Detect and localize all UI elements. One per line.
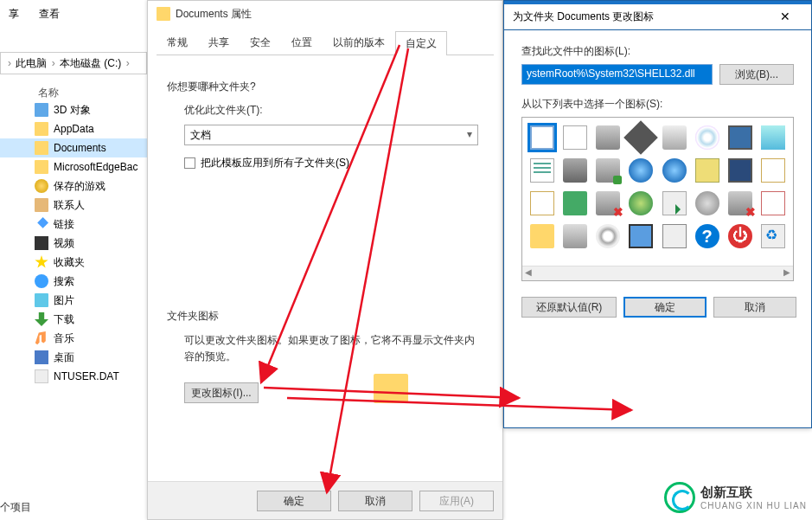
change-icon-button[interactable]: 更改图标(I)... [184, 382, 259, 403]
icon-option[interactable] [626, 156, 655, 185]
list-item[interactable]: 下载 [0, 310, 147, 329]
list-item[interactable]: 联系人 [0, 196, 147, 215]
list-item[interactable]: 收藏夹 [0, 253, 147, 272]
icon-option[interactable] [758, 189, 788, 218]
icon-option[interactable] [593, 123, 623, 152]
breadcrumb-part[interactable]: 本地磁盘 (C:) [60, 57, 121, 69]
item-icon [35, 122, 48, 136]
explorer-menu: 享 查看 [0, 0, 147, 28]
icon-option[interactable] [527, 189, 557, 218]
icon-option[interactable] [593, 221, 623, 251]
list-item[interactable]: 搜索 [0, 272, 147, 291]
item-icon [35, 160, 48, 174]
list-item[interactable]: 桌面 [0, 348, 147, 367]
restore-defaults-button[interactable]: 还原默认值(R) [521, 297, 617, 318]
tab[interactable]: 位置 [281, 30, 323, 55]
list-item[interactable]: 保存的游戏 [0, 177, 147, 196]
icon-option[interactable] [560, 221, 590, 251]
item-label: 收藏夹 [54, 255, 85, 270]
item-label: NTUSER.DAT [54, 370, 119, 382]
list-item[interactable]: 图片 [0, 291, 147, 310]
icon-option[interactable] [560, 123, 590, 152]
globe-icon [629, 191, 653, 215]
icon-option[interactable] [527, 221, 557, 251]
list-item[interactable]: AppData [0, 119, 147, 138]
icon-option[interactable] [593, 189, 623, 218]
icon-option[interactable] [660, 189, 689, 218]
icon-option[interactable] [758, 156, 788, 185]
item-icon [35, 179, 48, 193]
drive-icon [563, 158, 587, 183]
icon-option[interactable] [758, 123, 788, 152]
power-icon: ⏻ [728, 224, 752, 248]
horizontal-scrollbar[interactable] [522, 266, 793, 280]
watermark-text-cn: 创新互联 [700, 485, 807, 501]
tab[interactable]: 常规 [157, 30, 198, 55]
dialog-titlebar[interactable]: Documents 属性 [148, 1, 502, 27]
close-button[interactable]: ✕ [768, 5, 802, 29]
icon-option[interactable] [693, 156, 722, 185]
tab[interactable]: 以前的版本 [323, 30, 395, 55]
item-label: Documents [54, 142, 106, 154]
list-item[interactable]: Documents [0, 138, 147, 157]
checkbox-icon[interactable] [184, 157, 195, 169]
cancel-button[interactable]: 取消 [338, 491, 412, 511]
item-icon [35, 103, 48, 117]
icon-option[interactable] [560, 156, 590, 185]
item-label: 视频 [54, 236, 74, 251]
icon-option[interactable] [593, 156, 623, 185]
icon-option[interactable] [527, 123, 557, 152]
icon-option[interactable] [626, 123, 655, 152]
item-icon [35, 369, 48, 383]
icon-option[interactable] [527, 156, 557, 185]
icon-option[interactable] [660, 156, 689, 185]
tab[interactable]: 安全 [240, 30, 281, 55]
list-item[interactable]: 3D 对象 [0, 100, 147, 119]
monitor-icon [728, 125, 752, 150]
checkbox-label: 把此模板应用到所有子文件夹(S) [201, 156, 349, 170]
list-item[interactable]: 音乐 [0, 329, 147, 348]
icon-option[interactable] [626, 189, 655, 218]
ok-button[interactable]: 确定 [257, 491, 331, 511]
watermark-text-en: CHUANG XIN HU LIAN [700, 501, 807, 510]
dialog-button-row: 确定 取消 应用(A) [148, 481, 502, 519]
cancel-button[interactable]: 取消 [713, 297, 796, 318]
optimize-select[interactable]: 文档 [184, 125, 478, 145]
icon-option[interactable] [726, 123, 755, 152]
icon-option[interactable] [660, 221, 689, 251]
item-label: 联系人 [54, 198, 85, 213]
icon-option[interactable] [626, 221, 655, 251]
icon-option[interactable] [758, 221, 788, 251]
calculator-icon [662, 224, 687, 248]
menu-item[interactable]: 享 [0, 0, 28, 29]
icon-option[interactable] [693, 123, 722, 152]
ok-button[interactable]: 确定 [623, 297, 707, 318]
help-icon: ? [695, 224, 719, 248]
icon-option[interactable]: ? [693, 221, 722, 251]
tab[interactable]: 自定义 [395, 31, 447, 55]
icon-option[interactable] [560, 189, 590, 218]
list-item[interactable]: NTUSER.DAT [0, 367, 147, 386]
icon-path-input[interactable]: ystemRoot%\System32\SHELL32.dll [521, 64, 713, 85]
breadcrumb-part[interactable]: 此电脑 [16, 57, 47, 69]
list-item[interactable]: 链接 [0, 215, 147, 234]
icon-option[interactable]: ⏻ [726, 221, 755, 251]
breadcrumb[interactable]: › 此电脑 › 本地磁盘 (C:) › [0, 52, 147, 74]
run-icon [662, 191, 687, 215]
icon-option[interactable] [726, 189, 755, 218]
list-item[interactable]: 视频 [0, 234, 147, 253]
dialog-titlebar[interactable]: 为文件夹 Documents 更改图标 ✕ [504, 4, 811, 30]
apply-template-checkbox-row[interactable]: 把此模板应用到所有子文件夹(S) [184, 156, 483, 170]
browse-button[interactable]: 浏览(B)... [719, 64, 794, 85]
menu-item[interactable]: 查看 [30, 0, 68, 29]
folder-icon [157, 7, 170, 21]
tab[interactable]: 共享 [198, 30, 240, 55]
group-label: 文件夹图标 [167, 309, 483, 324]
icon-option[interactable] [660, 123, 689, 152]
icon-option[interactable] [726, 156, 755, 185]
icon-option[interactable] [693, 189, 722, 218]
status-bar-text: 个项目 [0, 500, 31, 515]
item-label: 保存的游戏 [54, 179, 105, 194]
item-label: 图片 [54, 293, 74, 308]
list-item[interactable]: MicrosoftEdgeBac [0, 157, 147, 177]
